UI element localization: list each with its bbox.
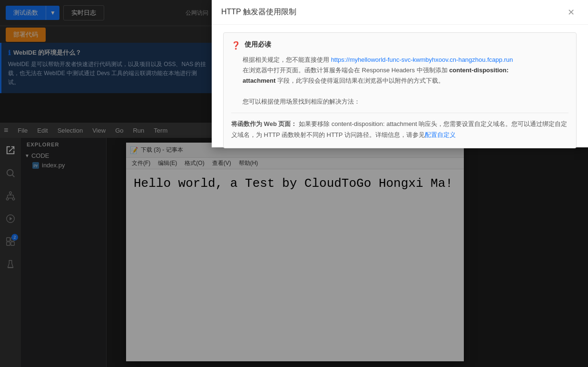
notice-bold-text: content-disposition: [449,67,509,74]
notice-bold-text2: attachment [243,77,275,84]
notice-box: ❓ 使用必读 根据相关规定，您不能直接使用 https://myhellowor… [223,32,577,148]
notice-content: 根据相关规定，您不能直接使用 https://myhelloworld-func… [243,55,568,107]
modal-body: ❓ 使用必读 根据相关规定，您不能直接使用 https://myhellowor… [212,25,588,156]
notice-url-link[interactable]: https://myhelloworld-func-svc-kwmbyhxoov… [331,56,513,63]
notice-intro2-text: 在浏览器中打开页面。函数计算服务端会在 Response Headers 中强制… [243,67,509,74]
modal-title: HTTP 触发器使用限制 [221,7,564,17]
notice-intro3-text: 字段，此字段会使得返回结果在浏览器中以附件的方式下载。 [275,77,444,84]
notice-header: ❓ 使用必读 [231,40,568,50]
modal-header: HTTP 触发器使用限制 ✕ [212,0,588,25]
notice-sub-section: 将函数作为 Web 页面： 如果要移除 content-disposition:… [231,119,568,140]
notice-scene-intro: 您可以根据使用场景找到相应的解决方法： [243,98,360,105]
notice-intro-text: 根据相关规定，您不能直接使用 [243,56,331,63]
notice-sub-text: 将函数作为 Web 页面： 如果要移除 content-disposition:… [231,119,568,140]
notice-config-link[interactable]: 配置自定义 [425,131,456,138]
notice-icon: ❓ [231,41,241,50]
http-modal: HTTP 触发器使用限制 ✕ ❓ 使用必读 根据相关规定，您不能直接使用 htt… [212,0,588,147]
modal-close-button[interactable]: ✕ [564,5,578,19]
notice-sub-title: 将函数作为 Web 页面： [231,120,297,127]
notice-title: 使用必读 [245,40,271,49]
notice-divider [231,113,568,113]
